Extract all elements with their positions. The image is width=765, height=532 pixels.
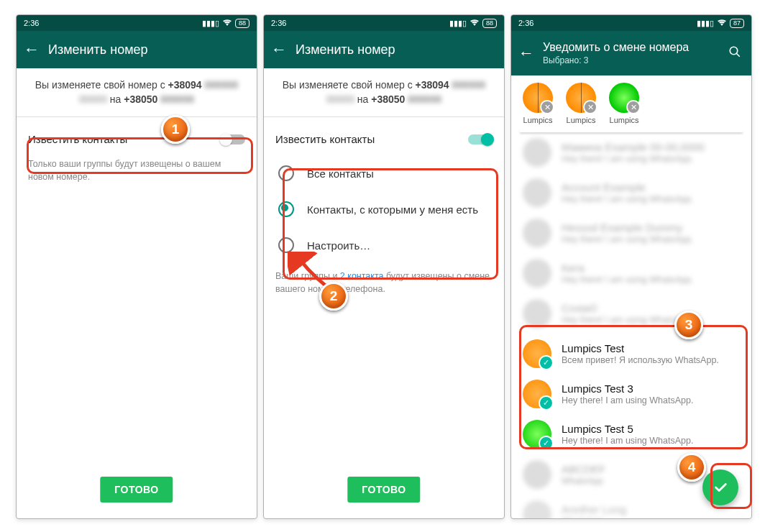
page-title: Уведомить о смене номера xyxy=(543,41,717,54)
remove-chip-icon[interactable]: ✕ xyxy=(626,100,641,114)
chip-name: Lumpics xyxy=(567,116,596,124)
back-icon[interactable]: ← xyxy=(518,44,531,63)
avatar: ✓ xyxy=(523,420,551,449)
notify-contacts-row[interactable]: Известить контакты xyxy=(275,127,493,151)
signal-icon: ▮▮▮▯ xyxy=(697,19,714,28)
signal-icon: ▮▮▮▯ xyxy=(449,19,467,28)
status-time: 2:36 xyxy=(271,19,286,27)
change-number-info: Вы изменяете свой номер с +38094 000000 … xyxy=(275,78,493,106)
radio-icon-selected xyxy=(278,201,294,217)
check-icon: ✓ xyxy=(539,395,554,411)
app-bar: ← Изменить номер xyxy=(264,31,504,68)
radio-label: Контакты, с которыми у меня есть xyxy=(307,203,478,216)
contact-name: Lumpics Test 3 xyxy=(562,382,693,395)
confirm-fab[interactable] xyxy=(702,469,738,505)
notify-contacts-label: Известить контакты xyxy=(28,133,127,145)
phone-screen-1: 2:36 ▮▮▮▯ 88 ← Изменить номер Вы изменяе… xyxy=(16,14,257,519)
radio-all-contacts[interactable]: Все контакты xyxy=(275,155,493,191)
contact-name: Lumpics Test xyxy=(562,342,719,354)
step-badge-4: 4 xyxy=(677,453,706,482)
avatar: ✓ xyxy=(523,339,551,368)
step-badge-1: 1 xyxy=(161,115,190,144)
notify-contacts-label: Известить контакты xyxy=(275,133,375,145)
step-badge-3: 3 xyxy=(674,311,703,339)
radio-label: Настроить… xyxy=(307,239,370,252)
contact-row[interactable]: Account ExampleHey there! I am using Wha… xyxy=(511,173,751,213)
page-title: Изменить номер xyxy=(296,42,497,58)
contact-row[interactable]: Costa©Hey there! I am using WhatsApp. xyxy=(511,293,751,334)
page-title: Изменить номер xyxy=(48,42,249,58)
radio-contacts-with-chat[interactable]: Контакты, с которыми у меня есть xyxy=(275,191,493,227)
selected-chips-row: ✕ Lumpics ✕ Lumpics ✕ Lumpics xyxy=(511,75,751,130)
done-button[interactable]: ГОТОВО xyxy=(100,477,173,503)
status-time: 2:36 xyxy=(24,19,39,27)
battery-indicator: 87 xyxy=(730,19,744,28)
wifi-icon xyxy=(222,19,232,28)
done-button[interactable]: ГОТОВО xyxy=(347,477,420,503)
notify-hint: Только ваши группы будут извещены о ваше… xyxy=(28,158,245,183)
contact-row[interactable]: Hesssd Example DummyHey there! I am usin… xyxy=(511,213,751,253)
remove-chip-icon[interactable]: ✕ xyxy=(583,100,597,114)
radio-label: Все контакты xyxy=(307,168,374,180)
selected-chip[interactable]: ✕ Lumpics xyxy=(566,83,596,124)
svg-line-1 xyxy=(736,53,740,57)
contact-status: Всем привет! Я использую WhatsApp. xyxy=(562,355,719,365)
contact-row-selected[interactable]: ✓ Lumpics Test Всем привет! Я использую … xyxy=(511,334,751,374)
battery-indicator: 88 xyxy=(482,19,497,28)
chip-name: Lumpics xyxy=(523,116,553,124)
wifi-icon xyxy=(469,19,480,28)
check-icon: ✓ xyxy=(539,436,554,451)
status-bar: 2:36 ▮▮▮▯ 87 xyxy=(511,15,751,31)
notify-toggle-on[interactable] xyxy=(468,134,493,145)
page-subtitle: Выбрано: 3 xyxy=(543,55,717,65)
chip-name: Lumpics xyxy=(610,116,639,124)
contact-status: Hey there! I am using WhatsApp. xyxy=(562,436,693,446)
step-badge-2: 2 xyxy=(319,282,348,311)
contact-name: Lumpics Test 5 xyxy=(562,423,693,435)
phone-screen-3: 2:36 ▮▮▮▯ 87 ← Уведомить о смене номера … xyxy=(510,14,752,519)
battery-indicator: 88 xyxy=(235,19,249,28)
contact-status: Hey there! I am using WhatsApp. xyxy=(562,395,693,405)
status-time: 2:36 xyxy=(518,19,533,27)
status-bar: 2:36 ▮▮▮▯ 88 xyxy=(264,15,504,31)
selected-chip[interactable]: ✕ Lumpics xyxy=(609,83,639,124)
app-bar: ← Изменить номер xyxy=(17,31,257,68)
radio-icon xyxy=(278,237,294,253)
back-icon[interactable]: ← xyxy=(271,40,284,59)
notify-contacts-row[interactable]: Известить контакты xyxy=(28,127,245,151)
signal-icon: ▮▮▮▯ xyxy=(202,19,219,28)
contact-row-selected[interactable]: ✓ Lumpics Test 3 Hey there! I am using W… xyxy=(511,374,751,414)
notify-options-group: Все контакты Контакты, с которыми у меня… xyxy=(275,155,493,263)
back-icon[interactable]: ← xyxy=(24,40,37,59)
avatar: ✓ xyxy=(523,380,551,408)
radio-icon xyxy=(278,165,294,181)
notify-toggle-off[interactable] xyxy=(221,134,245,145)
contact-list[interactable]: Мамина Example 00-00,0000Hey there! I am… xyxy=(511,132,751,519)
change-number-info: Вы изменяете свой номер с +38094 000000 … xyxy=(28,78,245,106)
svg-point-0 xyxy=(730,47,738,55)
contact-row[interactable]: Мамина Example 00-00,0000Hey there! I am… xyxy=(511,132,751,173)
search-icon[interactable] xyxy=(728,45,741,62)
contact-row[interactable]: КатаHey there! I am using WhatsApp. xyxy=(511,253,751,293)
check-icon: ✓ xyxy=(539,355,554,370)
selected-chip[interactable]: ✕ Lumpics xyxy=(523,83,553,124)
wifi-icon xyxy=(717,19,727,28)
status-bar: 2:36 ▮▮▮▯ 88 xyxy=(17,15,257,31)
contact-row-selected[interactable]: ✓ Lumpics Test 5 Hey there! I am using W… xyxy=(511,414,751,454)
app-bar: ← Уведомить о смене номера Выбрано: 3 xyxy=(511,31,751,75)
remove-chip-icon[interactable]: ✕ xyxy=(540,100,554,114)
